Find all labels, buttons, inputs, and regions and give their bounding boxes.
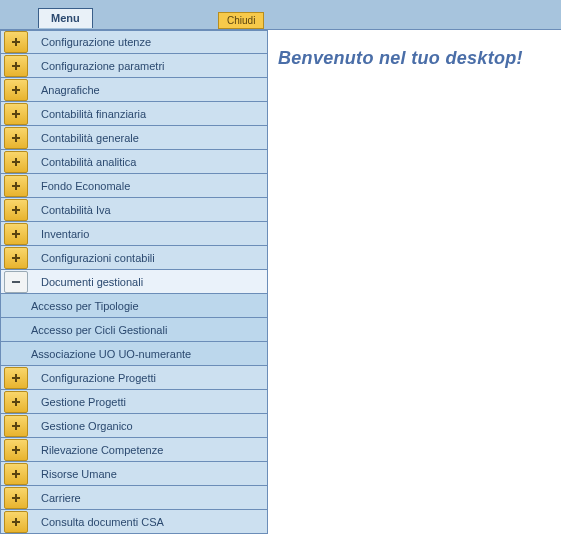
sidebar-item[interactable]: Configurazione Progetti <box>0 366 268 390</box>
sidebar-item-label: Contabilità generale <box>31 132 139 144</box>
expand-icon[interactable] <box>4 31 28 53</box>
expand-icon[interactable] <box>4 391 28 413</box>
sidebar: Configurazione utenzeConfigurazione para… <box>0 30 268 545</box>
app-window: Menu Chiudi Configurazione utenzeConfigu… <box>0 0 561 545</box>
expand-icon[interactable] <box>4 127 28 149</box>
expand-icon[interactable] <box>4 247 28 269</box>
sidebar-item[interactable]: Contabilità Iva <box>0 198 268 222</box>
sidebar-item-label: Configurazioni contabili <box>31 252 155 264</box>
expand-icon[interactable] <box>4 79 28 101</box>
expand-icon[interactable] <box>4 511 28 533</box>
sidebar-item-label: Configurazione utenze <box>31 36 151 48</box>
expand-icon[interactable] <box>4 151 28 173</box>
menu-tab[interactable]: Menu <box>38 8 93 28</box>
sidebar-item-label: Fondo Economale <box>31 180 130 192</box>
sidebar-item-label: Rilevazione Competenze <box>31 444 163 456</box>
sidebar-item[interactable]: Contabilità generale <box>0 126 268 150</box>
sidebar-item[interactable]: Carriere <box>0 486 268 510</box>
sidebar-item-label: Configurazione Progetti <box>31 372 156 384</box>
sidebar-item[interactable]: Gestione Progetti <box>0 390 268 414</box>
sidebar-subitem-label: Accesso per Cicli Gestionali <box>31 324 167 336</box>
content-area: Benvenuto nel tuo desktop! <box>268 30 561 545</box>
expand-icon[interactable] <box>4 367 28 389</box>
expand-icon[interactable] <box>4 487 28 509</box>
sidebar-item[interactable]: Risorse Umane <box>0 462 268 486</box>
sidebar-subitem[interactable]: Accesso per Cicli Gestionali <box>0 318 268 342</box>
sidebar-item[interactable]: Consulta documenti CSA <box>0 510 268 534</box>
expand-icon[interactable] <box>4 103 28 125</box>
sidebar-item-label: Contabilità analitica <box>31 156 136 168</box>
sidebar-item-label: Contabilità finanziaria <box>31 108 146 120</box>
sidebar-item-label: Inventario <box>31 228 89 240</box>
sidebar-item-label: Contabilità Iva <box>31 204 111 216</box>
chiudi-button-label: Chiudi <box>227 15 255 26</box>
sidebar-item[interactable]: Rilevazione Competenze <box>0 438 268 462</box>
sidebar-item-label: Anagrafiche <box>31 84 100 96</box>
sidebar-item[interactable]: Contabilità finanziaria <box>0 102 268 126</box>
sidebar-item[interactable]: Documenti gestionali <box>0 270 268 294</box>
sidebar-item[interactable]: Configurazioni contabili <box>0 246 268 270</box>
sidebar-subitem[interactable]: Accesso per Tipologie <box>0 294 268 318</box>
sidebar-item[interactable]: Configurazione utenze <box>0 30 268 54</box>
expand-icon[interactable] <box>4 55 28 77</box>
sidebar-subitem[interactable]: Associazione UO UO-numerante <box>0 342 268 366</box>
expand-icon[interactable] <box>4 415 28 437</box>
sidebar-item[interactable]: Contabilità analitica <box>0 150 268 174</box>
sidebar-item-label: Configurazione parametri <box>31 60 165 72</box>
welcome-text: Benvenuto nel tuo desktop! <box>278 48 551 69</box>
sidebar-item[interactable]: Gestione Organico <box>0 414 268 438</box>
sidebar-item[interactable]: Fondo Economale <box>0 174 268 198</box>
expand-icon[interactable] <box>4 223 28 245</box>
sidebar-item-label: Carriere <box>31 492 81 504</box>
sidebar-item[interactable]: Configurazione parametri <box>0 54 268 78</box>
sidebar-item-label: Gestione Organico <box>31 420 133 432</box>
sidebar-item-label: Documenti gestionali <box>31 276 143 288</box>
expand-icon[interactable] <box>4 199 28 221</box>
header-bar: Menu Chiudi <box>0 0 561 30</box>
sidebar-item-label: Risorse Umane <box>31 468 117 480</box>
collapse-icon[interactable] <box>4 271 28 293</box>
expand-icon[interactable] <box>4 439 28 461</box>
sidebar-subitem-label: Associazione UO UO-numerante <box>31 348 191 360</box>
expand-icon[interactable] <box>4 463 28 485</box>
menu-tab-label: Menu <box>51 12 80 24</box>
chiudi-button[interactable]: Chiudi <box>218 12 264 29</box>
sidebar-item-label: Gestione Progetti <box>31 396 126 408</box>
sidebar-item[interactable]: Inventario <box>0 222 268 246</box>
sidebar-item-label: Consulta documenti CSA <box>31 516 164 528</box>
expand-icon[interactable] <box>4 175 28 197</box>
sidebar-subitem-label: Accesso per Tipologie <box>31 300 139 312</box>
body: Configurazione utenzeConfigurazione para… <box>0 30 561 545</box>
sidebar-item[interactable]: Anagrafiche <box>0 78 268 102</box>
